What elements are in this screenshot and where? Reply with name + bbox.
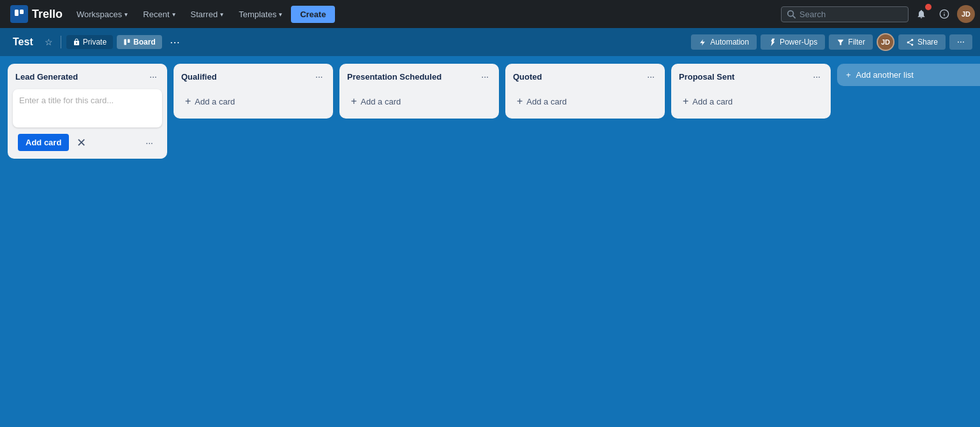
cancel-card-button[interactable]: ✕ <box>73 134 90 151</box>
recent-menu[interactable]: Recent ▾ <box>137 6 181 23</box>
templates-label: Templates <box>239 10 276 19</box>
plus-icon: + <box>185 96 191 107</box>
info-button[interactable] <box>934 4 954 24</box>
search-bar[interactable] <box>781 6 909 22</box>
list-body: Add card ✕ ··· <box>8 87 167 159</box>
plus-icon: + <box>846 70 851 80</box>
filter-icon <box>836 38 845 47</box>
list-title: Lead Generated <box>15 72 147 82</box>
list-header: Quoted ··· <box>505 64 665 87</box>
user-avatar[interactable]: JD <box>957 5 975 23</box>
list-title: Proposal Sent <box>679 72 810 82</box>
add-card-label: Add a card <box>692 97 732 106</box>
svg-line-3 <box>793 16 796 18</box>
list-header: Qualified ··· <box>174 64 333 87</box>
private-label: Private <box>83 38 107 47</box>
list-lead-generated: Lead Generated ··· Add card ✕ ··· <box>8 64 167 159</box>
star-board-button[interactable]: ☆ <box>42 34 56 50</box>
list-menu-button[interactable]: ··· <box>313 70 325 83</box>
share-icon <box>906 38 914 47</box>
recent-label: Recent <box>143 10 169 19</box>
automation-button[interactable]: Automation <box>691 34 757 50</box>
lightning-icon <box>699 38 707 47</box>
starred-menu[interactable]: Starred ▾ <box>184 6 230 23</box>
board-view-button[interactable]: Board <box>117 35 162 49</box>
board-title[interactable]: Test <box>8 34 38 50</box>
list-title: Presentation Scheduled <box>347 72 479 82</box>
power-icon <box>768 38 776 47</box>
notification-badge <box>925 4 932 10</box>
filter-button[interactable]: Filter <box>829 34 873 50</box>
chevron-down-icon: ▾ <box>124 11 128 18</box>
board-nav: Test ☆ Private Board ⋯ Automation Power-… <box>0 28 980 56</box>
card-title-input[interactable] <box>19 96 156 119</box>
share-label: Share <box>917 38 938 47</box>
list-header: Presentation Scheduled ··· <box>339 64 499 87</box>
svg-rect-8 <box>128 40 130 43</box>
workspaces-label: Workspaces <box>77 10 122 19</box>
search-icon <box>787 10 796 18</box>
list-body: + Add a card <box>505 87 665 119</box>
workspaces-menu[interactable]: Workspaces ▾ <box>70 6 134 23</box>
search-input[interactable] <box>799 10 889 19</box>
add-list-button[interactable]: + Add another list <box>837 64 980 86</box>
list-presentation-scheduled: Presentation Scheduled ··· + Add a card <box>339 64 499 119</box>
add-card-button[interactable]: + Add a card <box>510 90 660 112</box>
list-qualified: Qualified ··· + Add a card <box>174 64 333 119</box>
app-logo[interactable]: Trello <box>5 5 68 23</box>
automation-label: Automation <box>710 38 749 47</box>
private-button[interactable]: Private <box>66 35 113 49</box>
starred-label: Starred <box>191 10 218 19</box>
list-menu-button[interactable]: ··· <box>810 70 823 83</box>
templates-menu[interactable]: Templates ▾ <box>232 6 288 23</box>
info-icon <box>939 9 949 19</box>
add-card-button[interactable]: + Add a card <box>345 90 494 112</box>
chevron-down-icon: ▾ <box>172 11 175 18</box>
plus-icon: + <box>517 96 523 107</box>
bell-icon <box>916 9 926 19</box>
list-title: Quoted <box>513 72 644 82</box>
add-list-label: Add another list <box>856 70 914 80</box>
svg-rect-0 <box>15 10 19 16</box>
board-icon <box>123 38 131 46</box>
svg-rect-1 <box>20 10 24 14</box>
top-nav: Trello Workspaces ▾ Recent ▾ Starred ▾ T… <box>0 0 980 28</box>
more-options-button[interactable]: ⋯ <box>949 34 972 50</box>
list-body: + Add a card <box>671 87 831 119</box>
create-button[interactable]: Create <box>291 6 334 23</box>
plus-icon: + <box>683 96 688 107</box>
add-card-button[interactable]: + Add a card <box>676 90 826 112</box>
power-ups-label: Power-Ups <box>780 38 817 47</box>
filter-label: Filter <box>848 38 865 47</box>
list-quoted: Quoted ··· + Add a card <box>505 64 665 119</box>
add-card-submit-button[interactable]: Add card <box>18 134 69 151</box>
list-header: Proposal Sent ··· <box>671 64 831 87</box>
list-menu-button[interactable]: ··· <box>147 70 160 83</box>
divider <box>61 36 61 48</box>
list-body: + Add a card <box>339 87 499 119</box>
list-header: Lead Generated ··· <box>8 64 167 87</box>
notification-button[interactable] <box>911 4 932 24</box>
add-card-actions: Add card ✕ ··· <box>13 131 162 156</box>
list-menu-button[interactable]: ··· <box>644 70 657 83</box>
add-card-button[interactable]: + Add a card <box>179 90 328 112</box>
list-body: + Add a card <box>174 87 333 119</box>
add-card-label: Add a card <box>526 97 567 106</box>
app-name: Trello <box>32 8 63 21</box>
add-card-input-area <box>13 89 162 127</box>
list-title: Qualified <box>181 72 313 82</box>
add-card-more-button[interactable]: ··· <box>142 136 157 149</box>
board-user-avatar[interactable]: JD <box>877 33 895 51</box>
power-ups-button[interactable]: Power-Ups <box>761 34 825 50</box>
chevron-down-icon: ▾ <box>279 11 282 18</box>
trello-logo-icon <box>10 5 28 23</box>
plus-icon: + <box>351 96 357 107</box>
lock-icon <box>73 38 80 46</box>
list-menu-button[interactable]: ··· <box>479 70 491 83</box>
customize-button[interactable]: ⋯ <box>166 34 184 51</box>
share-button[interactable]: Share <box>898 34 946 50</box>
chevron-down-icon: ▾ <box>220 11 223 18</box>
board-view-label: Board <box>133 38 156 47</box>
add-card-label: Add a card <box>195 97 235 106</box>
list-proposal-sent: Proposal Sent ··· + Add a card <box>671 64 831 119</box>
